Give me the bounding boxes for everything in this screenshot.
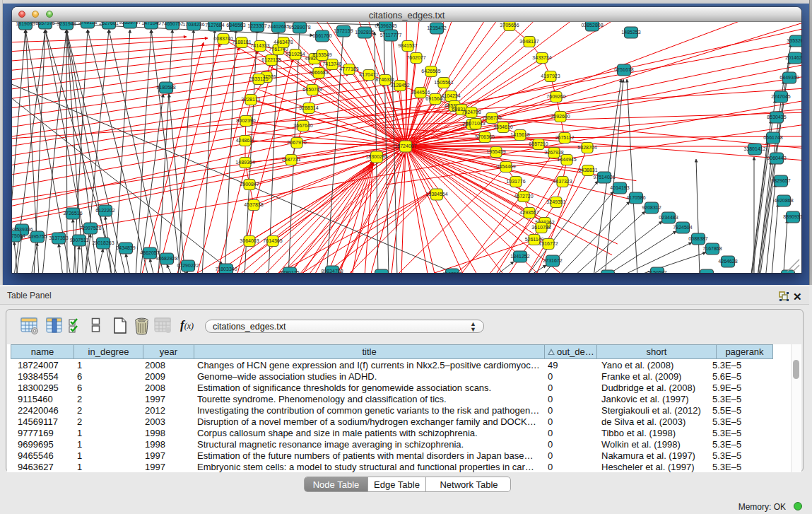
- svg-text:5706360: 5706360: [475, 134, 494, 139]
- svg-text:97514026: 97514026: [593, 175, 615, 180]
- svg-text:3064003: 3064003: [240, 238, 259, 243]
- svg-text:1489364: 1489364: [235, 160, 254, 165]
- svg-text:1372159: 1372159: [334, 28, 353, 33]
- svg-text:01396245: 01396245: [375, 23, 396, 28]
- svg-text:9208312: 9208312: [642, 205, 661, 210]
- svg-text:7924708: 7924708: [461, 110, 481, 115]
- svg-text:1415618: 1415618: [510, 132, 529, 137]
- svg-text:0234483: 0234483: [659, 215, 678, 220]
- svg-text:1687731: 1687731: [281, 157, 300, 162]
- svg-text:0083740: 0083740: [213, 36, 233, 41]
- svg-text:74650752: 74650752: [161, 22, 183, 26]
- svg-text:4014193: 4014193: [610, 185, 629, 190]
- svg-text:1316772: 1316772: [539, 241, 558, 246]
- svg-text:7413748: 7413748: [322, 62, 341, 66]
- svg-text:3654610: 3654610: [493, 124, 512, 129]
- svg-text:4264628: 4264628: [718, 259, 737, 264]
- svg-text:20018263: 20018263: [92, 240, 114, 245]
- svg-text:1485253: 1485253: [621, 30, 640, 35]
- svg-text:07290222: 07290222: [177, 263, 199, 268]
- svg-text:2675112: 2675112: [555, 135, 575, 140]
- svg-text:9841537: 9841537: [398, 43, 417, 48]
- svg-text:19384554: 19384554: [425, 192, 447, 197]
- svg-text:3249351: 3249351: [546, 199, 565, 204]
- svg-text:6661760: 6661760: [312, 33, 331, 38]
- svg-text:3092600: 3092600: [551, 114, 570, 119]
- svg-text:9907511: 9907511: [70, 238, 89, 243]
- svg-text:7414333: 7414333: [250, 43, 269, 48]
- svg-text:2833125: 2833125: [249, 76, 268, 81]
- svg-text:3667640: 3667640: [293, 123, 312, 128]
- svg-text:2731672: 2731672: [543, 258, 562, 263]
- svg-text:4463478: 4463478: [273, 40, 293, 45]
- svg-text:2247045: 2247045: [771, 94, 790, 99]
- svg-text:4170586: 4170586: [626, 195, 645, 200]
- svg-text:8153549: 8153549: [312, 52, 331, 57]
- svg-text:4104234: 4104234: [441, 93, 460, 98]
- svg-text:1955459: 1955459: [486, 149, 505, 154]
- svg-text:3353265: 3353265: [787, 38, 801, 43]
- svg-text:0454409: 0454409: [496, 164, 515, 169]
- svg-text:8746331: 8746331: [375, 77, 394, 82]
- svg-text:0434839: 0434839: [116, 245, 135, 250]
- svg-text:8780175: 8780175: [280, 270, 299, 273]
- svg-text:3900847: 3900847: [240, 182, 259, 187]
- svg-text:71803340: 71803340: [215, 267, 237, 271]
- svg-text:9829657: 9829657: [771, 178, 790, 183]
- svg-text:3048137: 3048137: [519, 39, 539, 44]
- svg-text:17034236: 17034236: [182, 22, 204, 27]
- svg-text:4672720: 4672720: [514, 194, 533, 199]
- svg-text:6438831: 6438831: [578, 168, 597, 173]
- svg-text:9128452: 9128452: [390, 83, 409, 88]
- svg-text:5150587: 5150587: [647, 270, 666, 273]
- svg-text:6557210: 6557210: [529, 141, 548, 146]
- svg-text:57117777: 57117777: [380, 33, 402, 37]
- svg-text:4170471: 4170471: [359, 72, 378, 77]
- svg-text:4920868: 4920868: [774, 198, 793, 203]
- svg-text:6846563: 6846563: [226, 23, 245, 28]
- svg-text:2527601: 2527601: [99, 22, 118, 25]
- svg-text:8657975: 8657975: [35, 22, 54, 25]
- svg-text:3705656: 3705656: [500, 23, 519, 28]
- svg-text:9060443: 9060443: [767, 156, 786, 160]
- svg-text:3066683: 3066683: [309, 70, 328, 75]
- svg-text:6167513: 6167513: [442, 271, 461, 273]
- svg-text:7127684: 7127684: [205, 23, 224, 28]
- svg-text:9319254: 9319254: [286, 52, 305, 57]
- svg-text:2067970: 2067970: [287, 140, 306, 145]
- svg-text:0088387: 0088387: [688, 236, 707, 241]
- svg-text:2014620: 2014620: [785, 55, 801, 60]
- svg-text:18724007: 18724007: [394, 144, 416, 148]
- svg-text:7609260: 7609260: [546, 94, 565, 99]
- svg-text:33875004: 33875004: [12, 233, 25, 238]
- svg-text:0658948: 0658948: [697, 272, 716, 273]
- svg-text:95559797: 95559797: [119, 22, 141, 25]
- svg-text:1341252: 1341252: [510, 254, 529, 259]
- svg-text:6071043: 6071043: [466, 121, 485, 126]
- svg-text:1031776: 1031776: [506, 179, 525, 184]
- svg-text:03852808: 03852808: [581, 23, 603, 28]
- svg-text:7602077: 7602077: [406, 55, 425, 60]
- svg-text:1819093: 1819093: [16, 22, 35, 26]
- svg-text:95289078: 95289078: [288, 25, 310, 30]
- svg-text:7167868: 7167868: [702, 246, 722, 251]
- svg-text:4197923: 4197923: [541, 74, 560, 78]
- svg-text:72997528: 72997528: [79, 226, 101, 230]
- svg-text:1092815: 1092815: [355, 30, 374, 35]
- svg-text:4537838: 4537838: [244, 202, 263, 207]
- svg-text:5328704: 5328704: [577, 145, 596, 150]
- svg-text:6122138: 6122138: [261, 57, 281, 62]
- svg-text:6122202: 6122202: [95, 208, 114, 213]
- svg-text:3228171: 3228171: [241, 97, 260, 102]
- svg-text:3267938: 3267938: [544, 150, 563, 155]
- svg-text:24402685: 24402685: [267, 24, 289, 29]
- svg-text:3433734: 3433734: [532, 55, 551, 60]
- svg-text:4293557: 4293557: [519, 210, 539, 215]
- svg-text:4777183: 4777183: [339, 66, 358, 71]
- svg-text:7614365: 7614365: [263, 238, 282, 243]
- svg-text:6849340: 6849340: [779, 75, 799, 80]
- svg-text:4395755: 4395755: [28, 234, 47, 239]
- svg-text:7824504: 7824504: [673, 225, 692, 230]
- svg-text:8384837: 8384837: [372, 272, 391, 273]
- svg-text:3726516: 3726516: [63, 211, 82, 216]
